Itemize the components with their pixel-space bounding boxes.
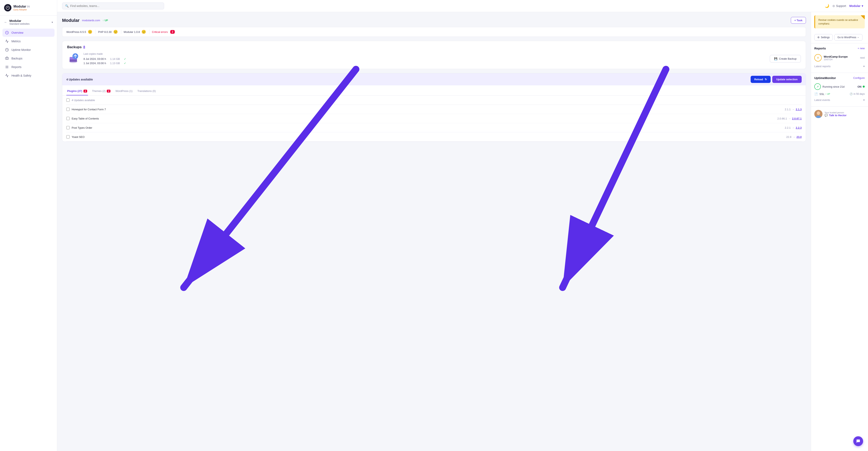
tab-translations[interactable]: Translations (0) bbox=[136, 88, 157, 95]
updates-header: 4 Updates available Reload ↻ Update sele… bbox=[62, 73, 806, 85]
ssl-up-status: ↑ UP bbox=[825, 93, 830, 95]
logo-name: ModularDS bbox=[13, 5, 30, 8]
sidebar-item-backups[interactable]: Backups bbox=[2, 54, 55, 62]
right-sidebar: Revisar cookies cuando se actualice comp… bbox=[811, 12, 868, 451]
report-date: 15/07/24 bbox=[824, 58, 858, 61]
sidebar-item-metrics[interactable]: Metrics bbox=[2, 37, 55, 46]
critical-errors-status: Critical errors 2 bbox=[152, 30, 178, 34]
plugin-new-version-3[interactable]: 2.2.3 bbox=[796, 126, 802, 129]
nav-header[interactable]: ← Modular Standard websites ▾ bbox=[0, 16, 57, 27]
chat-bubble-button[interactable] bbox=[853, 436, 863, 446]
tab-plugins[interactable]: Plugins (27) 4 bbox=[66, 88, 88, 95]
backup-illustration bbox=[67, 53, 80, 65]
plugin-checkbox-4[interactable] bbox=[66, 135, 70, 139]
version-arrow-icon-2: → bbox=[788, 117, 791, 120]
logo-icon bbox=[4, 4, 11, 11]
backup-row-2: 1 Jul 2024, 03:00 h 1.13 GB ✓ bbox=[84, 62, 126, 65]
action-buttons-section: ⚙ Settings Go to WordPress → bbox=[811, 32, 868, 43]
update-selection-button[interactable]: Update selection bbox=[772, 76, 802, 83]
wp-version-status: WordPress 6.5.5 🙂 bbox=[66, 30, 96, 34]
dark-mode-icon[interactable]: 🌙 bbox=[825, 4, 829, 8]
dropdown-chevron-icon: ▾ bbox=[862, 4, 863, 7]
reload-button[interactable]: Reload ↻ bbox=[751, 76, 771, 83]
backup-check-icon-2: ✓ bbox=[124, 62, 126, 65]
uptime-status-icon: ↗ bbox=[814, 83, 821, 90]
support-icon: ⊙ bbox=[833, 4, 835, 7]
nav-header-sub: Standard websites bbox=[9, 23, 30, 25]
report-next: next bbox=[860, 56, 865, 59]
sidebar-item-health[interactable]: Health & Safety bbox=[2, 71, 55, 80]
tab-wordpress[interactable]: WordPress (1) bbox=[115, 88, 133, 95]
backup-row-1: 8 Jul 2024, 03:00 h 1.14 GB ✓ bbox=[84, 57, 126, 60]
on-dot bbox=[863, 86, 865, 88]
latest-reports-toggle[interactable]: Latest reports ▾ bbox=[814, 63, 865, 69]
chevron-down-reports-icon: ▾ bbox=[863, 65, 865, 68]
backup-check-icon-1: ✓ bbox=[124, 57, 126, 60]
site-header: Modular modulards.com ↑ UP + Task bbox=[62, 17, 806, 24]
plugin-new-version-4[interactable]: 23.0 bbox=[797, 136, 802, 139]
notification-card: Revisar cookies cuando se actualice comp… bbox=[814, 15, 865, 28]
up-arrow-icon: ↑ bbox=[102, 19, 104, 22]
overview-icon bbox=[5, 31, 9, 35]
sidebar: ModularDS Early Adopter ← Modular Standa… bbox=[0, 0, 57, 451]
health-icon bbox=[5, 73, 9, 78]
backup-label: Last copies made bbox=[84, 53, 126, 55]
report-list-icon: ≡ bbox=[817, 56, 819, 60]
select-all-checkbox[interactable] bbox=[66, 98, 70, 102]
plugin-checkbox-1[interactable] bbox=[66, 108, 70, 111]
clock-icon: 🕐 bbox=[849, 93, 853, 95]
ssl-row: 📄 SSL ↑ UP 🕐 in 56 days bbox=[814, 91, 865, 97]
status-bar: WordPress 6.5.5 🙂 PHP 8.0.30 🙂 Modular 1… bbox=[62, 27, 806, 37]
hector-label: Your trusted person bbox=[825, 111, 846, 114]
goto-wordpress-button[interactable]: Go to WordPress → bbox=[834, 34, 862, 41]
site-name: Modular bbox=[62, 18, 80, 23]
user-dropdown[interactable]: Modular ▾ bbox=[849, 4, 863, 7]
sidebar-item-overview[interactable]: Overview bbox=[2, 29, 55, 37]
backups-icon bbox=[5, 56, 9, 60]
report-icon: ≡ bbox=[814, 54, 822, 61]
updates-count: 4 Updates available bbox=[66, 78, 93, 81]
plugin-row: Yoast SEO 22.8 → 23.0 bbox=[66, 132, 802, 142]
backups-card: Backups 8 bbox=[62, 41, 806, 69]
configure-link[interactable]: Configure bbox=[853, 77, 865, 80]
report-name: WordCamp Europe bbox=[824, 55, 858, 58]
plugin-new-version-2[interactable]: 2.0.67.1 bbox=[792, 117, 802, 120]
reload-icon: ↻ bbox=[765, 78, 767, 81]
talk-to-hector-link[interactable]: 💬 Talk to Hector bbox=[825, 114, 846, 117]
plugin-list: 4 Updates available Honeypot for Contact… bbox=[62, 96, 806, 142]
plugin-row: Easy Table of Contents 2.0.66.1 → 2.0.67… bbox=[66, 114, 802, 123]
latest-events-toggle[interactable]: Latest events ▾ bbox=[814, 97, 865, 103]
chat-icon: 💬 bbox=[825, 114, 828, 117]
uptime-running-row: ↗ Running since 21d ON bbox=[814, 82, 865, 91]
chevron-down-events-icon: ▾ bbox=[863, 98, 865, 101]
new-report-link[interactable]: + new bbox=[858, 47, 865, 50]
backups-title: Backups bbox=[67, 45, 82, 49]
on-badge: ON bbox=[858, 85, 865, 88]
ssl-days: 🕐 in 56 days bbox=[849, 93, 865, 95]
ssl-icon: 📄 bbox=[814, 92, 818, 96]
backups-count[interactable]: 8 bbox=[83, 46, 85, 49]
plugin-new-version-1[interactable]: 2.1.3 bbox=[796, 108, 802, 111]
task-button[interactable]: + Task bbox=[791, 17, 806, 24]
back-arrow-icon: ← bbox=[4, 21, 7, 24]
nav-header-title: Modular bbox=[9, 19, 30, 23]
main-nav: Overview Metrics Uptime Monitor Backups bbox=[0, 27, 57, 447]
sidebar-item-reports[interactable]: Reports bbox=[2, 63, 55, 71]
plugin-checkbox-2[interactable] bbox=[66, 117, 70, 120]
updates-tabs: Plugins (27) 4 Themes (2) 2 WordPress (1… bbox=[62, 85, 806, 96]
support-button[interactable]: ⊙ Support bbox=[833, 4, 846, 7]
sidebar-item-uptime[interactable]: Uptime Monitor bbox=[2, 46, 55, 54]
version-arrow-icon-3: → bbox=[792, 126, 795, 129]
settings-icon: ⚙ bbox=[817, 36, 819, 39]
search-input[interactable] bbox=[70, 4, 161, 7]
create-backup-button[interactable]: 💾 Create Backup bbox=[770, 55, 801, 62]
uptime-section: UptimeMonitor Configure ↗ Running since … bbox=[811, 73, 868, 107]
site-url[interactable]: modulards.com bbox=[82, 19, 100, 22]
plugin-checkbox-3[interactable] bbox=[66, 126, 70, 129]
critical-badge: 2 bbox=[170, 30, 175, 34]
settings-button[interactable]: ⚙ Settings bbox=[814, 34, 833, 41]
top-bar: 🔍 🌙 ⊙ Support Modular ▾ bbox=[57, 0, 868, 12]
reports-icon bbox=[5, 65, 9, 69]
search-bar[interactable]: 🔍 bbox=[62, 2, 164, 9]
tab-themes[interactable]: Themes (2) 2 bbox=[91, 88, 112, 95]
